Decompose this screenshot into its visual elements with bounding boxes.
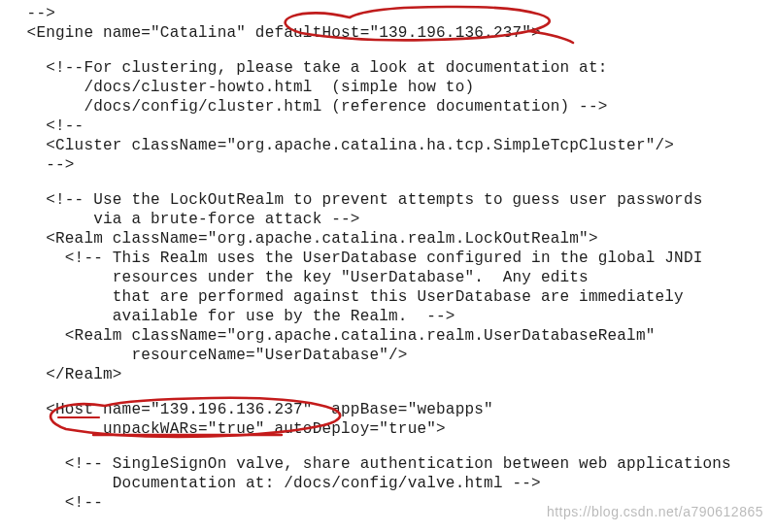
code-line: <Realm className="org.apache.catalina.re… [8,326,767,346]
code-line: --> [8,4,767,23]
code-line: --> [8,155,767,175]
code-line-engine: <Engine name="Catalina" defaultHost="139… [8,23,767,43]
code-line: <!-- Use the LockOutRealm to prevent att… [8,190,767,210]
code-line: via a brute-force attack --> [8,210,767,229]
code-line: <!--For clustering, please take a look a… [8,58,767,78]
watermark-text: https://blog.csdn.net/a790612865 [547,504,763,521]
code-line: available for use by the Realm. --> [8,307,767,326]
code-line: /docs/cluster-howto.html (simple how to) [8,78,767,97]
code-line: that are performed against this UserData… [8,287,767,307]
code-line: </Realm> [8,365,767,384]
code-line: unpackWARs="true" autoDeploy="true"> [8,419,767,439]
blank-line [8,175,767,190]
code-line: resourceName="UserDatabase"/> [8,346,767,365]
code-line: <Cluster className="org.apache.catalina.… [8,136,767,155]
blank-line [8,43,767,58]
code-line: resources under the key "UserDatabase". … [8,268,767,287]
code-line: <!-- This Realm uses the UserDatabase co… [8,249,767,268]
code-line-host: <Host name="139.196.136.237" appBase="we… [8,400,767,419]
code-line: <!-- [8,116,767,136]
blank-line [8,439,767,454]
code-line: /docs/config/cluster.html (reference doc… [8,97,767,116]
code-line: Documentation at: /docs/config/valve.htm… [8,474,767,493]
blank-line [8,384,767,400]
code-line: <Realm className="org.apache.catalina.re… [8,229,767,249]
code-line: <!-- SingleSignOn valve, share authentic… [8,454,767,474]
